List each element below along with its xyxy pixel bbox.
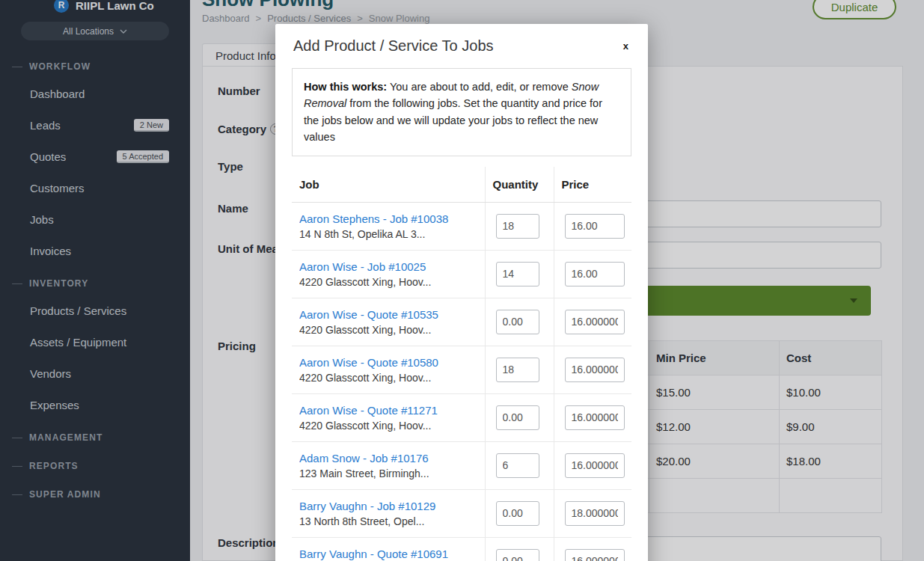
quantity-input[interactable] (496, 358, 539, 382)
job-row: Adam Snow - Job #10176 123 Main Street, … (292, 441, 631, 489)
quantity-input[interactable] (496, 501, 539, 526)
job-address: 4220 Glasscott Xing, Hoov... (299, 372, 477, 384)
job-link[interactable]: Adam Snow - Job #10176 (299, 452, 477, 465)
job-row: Barry Vaughn - Job #10129 13 North 8th S… (292, 489, 631, 537)
job-row: Aaron Wise - Quote #10535 4220 Glasscott… (292, 298, 631, 346)
job-link[interactable]: Aaron Stephens - Job #10038 (299, 212, 477, 225)
quantity-input[interactable] (496, 405, 539, 430)
quantity-input[interactable] (496, 549, 539, 561)
job-address: 4220 Glasscott Xing, Hoov... (299, 276, 477, 288)
modal-body: How this works: You are about to add, ed… (275, 62, 648, 561)
how-it-works-lead: How this works: (304, 81, 387, 93)
price-input[interactable] (565, 501, 625, 526)
quantity-input[interactable] (496, 310, 539, 334)
price-input[interactable] (565, 549, 625, 561)
price-input[interactable] (565, 310, 625, 334)
job-row: Aaron Wise - Job #10025 4220 Glasscott X… (292, 250, 631, 298)
job-link[interactable]: Barry Vaughn - Job #10129 (299, 500, 477, 512)
how-it-works-note: How this works: You are about to add, ed… (292, 68, 631, 156)
job-address: 4220 Glasscott Xing, Hoov... (299, 420, 477, 432)
job-link[interactable]: Aaron Wise - Quote #10535 (299, 308, 477, 321)
add-product-modal: Add Product / Service To Jobs x How this… (275, 24, 648, 561)
jobs-col-job: Job (292, 167, 485, 203)
job-link[interactable]: Aaron Wise - Job #10025 (299, 260, 477, 273)
jobs-table-header-row: Job Quantity Price (292, 167, 631, 203)
jobs-col-price: Price (554, 167, 631, 203)
job-address: 123 Main Street, Birmingh... (299, 468, 477, 479)
job-row: Aaron Wise - Quote #10580 4220 Glasscott… (292, 346, 631, 393)
modal-title: Add Product / Service To Jobs (293, 37, 494, 55)
jobs-col-quantity: Quantity (485, 167, 554, 203)
price-input[interactable] (565, 405, 625, 430)
job-address: 13 North 8th Street, Opel... (299, 515, 477, 527)
price-input[interactable] (565, 262, 625, 286)
quantity-input[interactable] (496, 262, 539, 286)
job-link[interactable]: Barry Vaughn - Quote #10691 (299, 548, 477, 560)
price-input[interactable] (565, 358, 625, 382)
job-link[interactable]: Aaron Wise - Quote #10580 (299, 356, 477, 369)
quantity-input[interactable] (496, 214, 539, 239)
close-icon[interactable]: x (622, 37, 630, 55)
job-row: Aaron Stephens - Job #10038 14 N 8th St,… (292, 202, 631, 250)
job-link[interactable]: Aaron Wise - Quote #11271 (299, 404, 477, 417)
modal-header: Add Product / Service To Jobs x (275, 24, 648, 62)
job-address: 4220 Glasscott Xing, Hoov... (299, 324, 477, 336)
quantity-input[interactable] (496, 453, 539, 478)
job-address: 14 N 8th St, Opelika AL 3... (299, 228, 477, 240)
price-input[interactable] (565, 453, 625, 478)
job-row: Aaron Wise - Quote #11271 4220 Glasscott… (292, 393, 631, 441)
jobs-table: Job Quantity Price Aaron Stephens - Job … (292, 167, 631, 561)
price-input[interactable] (565, 214, 625, 239)
job-row: Barry Vaughn - Quote #10691 13 North 8th… (292, 537, 631, 561)
